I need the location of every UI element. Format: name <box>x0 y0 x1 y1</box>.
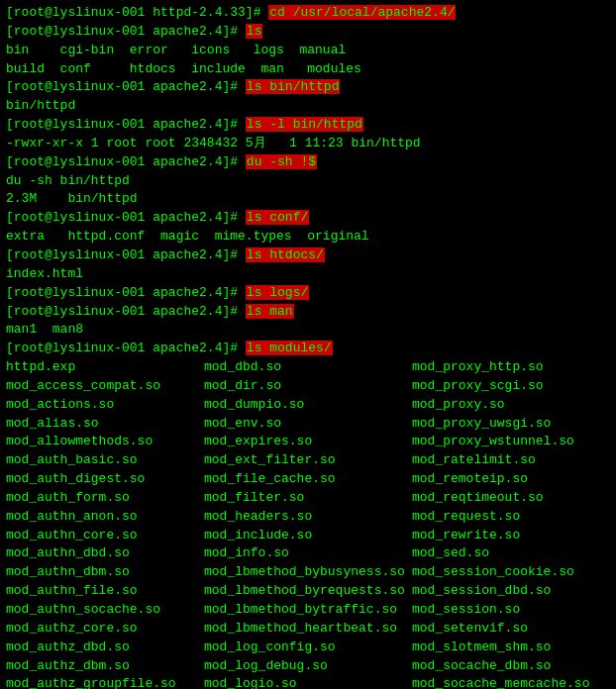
m1-7: mod_auth_digest.so <box>6 470 204 489</box>
modules-output: httpd.exp mod_access_compat.so mod_actio… <box>6 358 610 689</box>
modules-col1: httpd.exp mod_access_compat.so mod_actio… <box>6 358 204 689</box>
m3-5: mod_proxy_wstunnel.so <box>412 433 610 451</box>
m2-11: mod_info.so <box>204 544 412 563</box>
m3-13: mod_session_dbd.so <box>412 582 610 601</box>
m2-7: mod_file_cache.so <box>204 470 412 489</box>
m3-11: mod_sed.so <box>412 544 610 563</box>
prompt-8: [root@lyslinux-001 apache2.4]# <box>6 285 246 300</box>
m3-16: mod_slotmem_shm.so <box>412 639 610 657</box>
m3-4: mod_proxy_uwsgi.so <box>412 415 610 434</box>
m3-10: mod_rewrite.so <box>412 527 610 545</box>
prompt-1: [root@lyslinux-001 httpd-2.4.33]# <box>6 5 268 20</box>
line-2: [root@lyslinux-001 apache2.4]# ls <box>6 23 610 42</box>
m2-13: mod_lbmethod_byrequests.so <box>204 582 412 601</box>
m3-3: mod_proxy.so <box>412 396 610 415</box>
m2-14: mod_lbmethod_bytraffic.so <box>204 601 412 620</box>
m2-12: mod_lbmethod_bybusyness.so <box>204 563 412 582</box>
line-3: [root@lyslinux-001 apache2.4]# ls bin/ht… <box>6 78 610 97</box>
du-out: 2.3M bin/httpd <box>6 190 610 209</box>
m1-1: httpd.exp <box>6 358 204 377</box>
m1-13: mod_authn_file.so <box>6 582 204 601</box>
cmd-8: ls logs/ <box>246 285 309 300</box>
m1-2: mod_access_compat.so <box>6 377 204 396</box>
line-7: [root@lyslinux-001 apache2.4]# ls htdocs… <box>6 246 610 265</box>
m2-10: mod_include.so <box>204 527 412 545</box>
m3-18: mod_socache_memcache.so <box>412 675 610 689</box>
line-10: [root@lyslinux-001 apache2.4]# ls module… <box>6 340 610 358</box>
m2-8: mod_filter.so <box>204 489 412 508</box>
line-6: [root@lyslinux-001 apache2.4]# ls conf/ <box>6 209 610 228</box>
prompt-5: [root@lyslinux-001 apache2.4]# <box>6 154 246 169</box>
m3-15: mod_setenvif.so <box>412 620 610 639</box>
prompt-9: [root@lyslinux-001 apache2.4]# <box>6 304 246 319</box>
cmd-1: cd /usr/local/apache2.4/ <box>268 5 456 20</box>
m2-2: mod_dir.so <box>204 377 412 396</box>
ls-l-out: -rwxr-xr-x 1 root root 2348432 5月 1 11:2… <box>6 135 610 153</box>
prompt-6: [root@lyslinux-001 apache2.4]# <box>6 210 246 225</box>
line-5: [root@lyslinux-001 apache2.4]# du -sh !$ <box>6 153 610 172</box>
m3-2: mod_proxy_scgi.so <box>412 377 610 396</box>
cmd-7: ls htdocs/ <box>246 247 325 262</box>
modules-col3: mod_proxy_http.so mod_proxy_scgi.so mod_… <box>412 358 610 689</box>
htdocs-out: index.html <box>6 265 610 284</box>
m2-5: mod_expires.so <box>204 433 412 451</box>
m2-18: mod_logio.so <box>204 675 412 689</box>
m1-9: mod_authn_anon.so <box>6 508 204 527</box>
line-1: [root@lyslinux-001 httpd-2.4.33]# cd /us… <box>6 4 610 23</box>
m1-18: mod_authz_groupfile.so <box>6 675 204 689</box>
m1-17: mod_authz_dbm.so <box>6 657 204 676</box>
conf-out: extra httpd.conf magic mime.types origin… <box>6 228 610 246</box>
m1-3: mod_actions.so <box>6 396 204 415</box>
m2-4: mod_env.so <box>204 415 412 434</box>
prompt-10: [root@lyslinux-001 apache2.4]# <box>6 341 246 355</box>
line-4: [root@lyslinux-001 apache2.4]# ls -l bin… <box>6 116 610 135</box>
m1-8: mod_auth_form.so <box>6 489 204 508</box>
prompt-4: [root@lyslinux-001 apache2.4]# <box>6 117 246 132</box>
m3-14: mod_session.so <box>412 601 610 620</box>
ls-out-2: build conf htdocs include man modules <box>6 60 610 79</box>
man-out: man1 man8 <box>6 321 610 340</box>
cmd-10: ls modules/ <box>246 341 333 355</box>
line-8: [root@lyslinux-001 apache2.4]# ls logs/ <box>6 284 610 303</box>
prompt-3: [root@lyslinux-001 apache2.4]# <box>6 79 246 94</box>
m3-7: mod_remoteip.so <box>412 470 610 489</box>
cmd-5: du -sh !$ <box>246 154 317 169</box>
cmd-4: ls -l bin/httpd <box>246 117 363 132</box>
line-9: [root@lyslinux-001 apache2.4]# ls man <box>6 303 610 322</box>
m2-15: mod_lbmethod_heartbeat.so <box>204 620 412 639</box>
modules-col2: mod_dbd.so mod_dir.so mod_dumpio.so mod_… <box>204 358 412 689</box>
cmd-6: ls conf/ <box>246 210 309 225</box>
m2-1: mod_dbd.so <box>204 358 412 377</box>
m1-11: mod_authn_dbd.so <box>6 544 204 563</box>
m1-16: mod_authz_dbd.so <box>6 639 204 657</box>
m1-5: mod_allowmethods.so <box>6 433 204 451</box>
cmd-9: ls man <box>246 304 294 319</box>
ls-bin-out: bin/httpd <box>6 97 610 116</box>
prompt-2: [root@lyslinux-001 apache2.4]# <box>6 24 246 39</box>
du-expand: du -sh bin/httpd <box>6 172 610 191</box>
m2-9: mod_headers.so <box>204 508 412 527</box>
m1-15: mod_authz_core.so <box>6 620 204 639</box>
m1-4: mod_alias.so <box>6 415 204 434</box>
m2-6: mod_ext_filter.so <box>204 451 412 470</box>
m3-12: mod_session_cookie.so <box>412 563 610 582</box>
prompt-7: [root@lyslinux-001 apache2.4]# <box>6 247 246 262</box>
m1-14: mod_authn_socache.so <box>6 601 204 620</box>
m3-9: mod_request.so <box>412 508 610 527</box>
m3-8: mod_reqtimeout.so <box>412 489 610 508</box>
m2-17: mod_log_debug.so <box>204 657 412 676</box>
m3-6: mod_ratelimit.so <box>412 451 610 470</box>
m1-6: mod_auth_basic.so <box>6 451 204 470</box>
cmd-2: ls <box>246 24 263 39</box>
m3-1: mod_proxy_http.so <box>412 358 610 377</box>
m2-3: mod_dumpio.so <box>204 396 412 415</box>
m2-16: mod_log_config.so <box>204 639 412 657</box>
m1-12: mod_authn_dbm.so <box>6 563 204 582</box>
m3-17: mod_socache_dbm.so <box>412 657 610 676</box>
cmd-3: ls bin/httpd <box>246 79 341 94</box>
m1-10: mod_authn_core.so <box>6 527 204 545</box>
terminal: [root@lyslinux-001 httpd-2.4.33]# cd /us… <box>0 0 616 689</box>
ls-out-1: bin cgi-bin error icons logs manual <box>6 42 610 60</box>
